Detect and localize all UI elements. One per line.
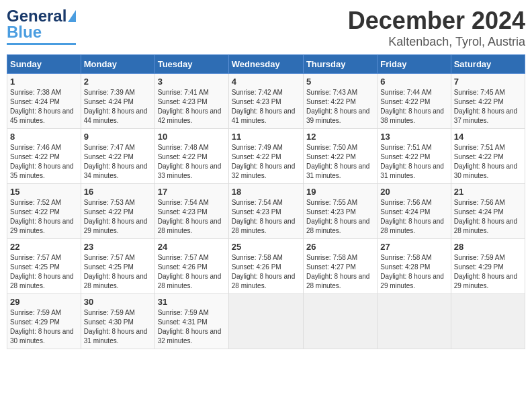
calendar-cell: 3Sunrise: 7:41 AMSunset: 4:23 PMDaylight…	[154, 74, 228, 129]
day-number: 6	[380, 77, 447, 87]
calendar-cell: 30Sunrise: 7:59 AMSunset: 4:30 PMDayligh…	[81, 294, 154, 349]
calendar-cell: 19Sunrise: 7:55 AMSunset: 4:23 PMDayligh…	[303, 184, 377, 239]
day-number: 20	[380, 187, 447, 197]
calendar-week-row: 29Sunrise: 7:59 AMSunset: 4:29 PMDayligh…	[7, 294, 525, 349]
day-info: Sunrise: 7:58 AMSunset: 4:26 PMDaylight:…	[232, 253, 300, 291]
header-day-wednesday: Wednesday	[228, 55, 303, 74]
day-info: Sunrise: 7:57 AMSunset: 4:25 PMDaylight:…	[10, 253, 78, 291]
calendar-cell: 25Sunrise: 7:58 AMSunset: 4:26 PMDayligh…	[228, 239, 303, 294]
header-day-saturday: Saturday	[451, 55, 525, 74]
calendar-cell: 21Sunrise: 7:56 AMSunset: 4:24 PMDayligh…	[451, 184, 525, 239]
day-info: Sunrise: 7:51 AMSunset: 4:22 PMDaylight:…	[454, 143, 522, 181]
day-info: Sunrise: 7:59 AMSunset: 4:31 PMDaylight:…	[158, 308, 226, 346]
calendar-cell: 31Sunrise: 7:59 AMSunset: 4:31 PMDayligh…	[154, 294, 228, 349]
calendar-cell: 6Sunrise: 7:44 AMSunset: 4:22 PMDaylight…	[378, 74, 451, 129]
day-number: 21	[454, 187, 522, 197]
day-info: Sunrise: 7:45 AMSunset: 4:22 PMDaylight:…	[454, 88, 522, 126]
calendar-cell: 18Sunrise: 7:54 AMSunset: 4:23 PMDayligh…	[228, 184, 303, 239]
page-title: December 2024	[348, 7, 525, 35]
day-number: 16	[84, 187, 152, 197]
calendar-cell: 9Sunrise: 7:47 AMSunset: 4:22 PMDaylight…	[81, 129, 154, 184]
header-day-tuesday: Tuesday	[154, 55, 228, 74]
day-info: Sunrise: 7:54 AMSunset: 4:23 PMDaylight:…	[158, 198, 226, 236]
day-info: Sunrise: 7:41 AMSunset: 4:23 PMDaylight:…	[158, 88, 226, 126]
calendar-header-row: SundayMondayTuesdayWednesdayThursdayFrid…	[7, 55, 525, 74]
day-number: 7	[454, 77, 522, 87]
day-info: Sunrise: 7:58 AMSunset: 4:28 PMDaylight:…	[380, 253, 447, 291]
day-info: Sunrise: 7:50 AMSunset: 4:22 PMDaylight:…	[306, 143, 374, 181]
day-number: 19	[306, 187, 374, 197]
calendar-cell: 2Sunrise: 7:39 AMSunset: 4:24 PMDaylight…	[81, 74, 154, 129]
day-number: 22	[10, 242, 78, 252]
day-info: Sunrise: 7:48 AMSunset: 4:22 PMDaylight:…	[158, 143, 226, 181]
title-area: December 2024 Kaltenbach, Tyrol, Austria	[348, 7, 525, 49]
day-info: Sunrise: 7:57 AMSunset: 4:26 PMDaylight:…	[158, 253, 226, 291]
day-number: 14	[454, 132, 522, 142]
calendar-cell	[451, 294, 525, 349]
day-info: Sunrise: 7:56 AMSunset: 4:24 PMDaylight:…	[380, 198, 447, 236]
day-info: Sunrise: 7:43 AMSunset: 4:22 PMDaylight:…	[306, 88, 374, 126]
day-number: 4	[232, 77, 300, 87]
day-info: Sunrise: 7:53 AMSunset: 4:22 PMDaylight:…	[84, 198, 152, 236]
day-info: Sunrise: 7:51 AMSunset: 4:22 PMDaylight:…	[380, 143, 447, 181]
calendar-week-row: 15Sunrise: 7:52 AMSunset: 4:22 PMDayligh…	[7, 184, 525, 239]
calendar-cell: 5Sunrise: 7:43 AMSunset: 4:22 PMDaylight…	[303, 74, 377, 129]
day-number: 23	[84, 242, 152, 252]
calendar-cell	[378, 294, 451, 349]
day-info: Sunrise: 7:49 AMSunset: 4:22 PMDaylight:…	[232, 143, 300, 181]
calendar-cell: 28Sunrise: 7:59 AMSunset: 4:29 PMDayligh…	[451, 239, 525, 294]
day-info: Sunrise: 7:57 AMSunset: 4:25 PMDaylight:…	[84, 253, 152, 291]
logo-blue: Blue	[7, 23, 42, 42]
day-number: 24	[158, 242, 226, 252]
day-info: Sunrise: 7:42 AMSunset: 4:23 PMDaylight:…	[232, 88, 300, 126]
day-info: Sunrise: 7:39 AMSunset: 4:24 PMDaylight:…	[84, 88, 152, 126]
calendar-week-row: 8Sunrise: 7:46 AMSunset: 4:22 PMDaylight…	[7, 129, 525, 184]
page-subtitle: Kaltenbach, Tyrol, Austria	[348, 35, 525, 49]
calendar-cell: 8Sunrise: 7:46 AMSunset: 4:22 PMDaylight…	[7, 129, 81, 184]
calendar-cell: 1Sunrise: 7:38 AMSunset: 4:24 PMDaylight…	[7, 74, 81, 129]
calendar-cell: 11Sunrise: 7:49 AMSunset: 4:22 PMDayligh…	[228, 129, 303, 184]
calendar-cell: 4Sunrise: 7:42 AMSunset: 4:23 PMDaylight…	[228, 74, 303, 129]
calendar-cell: 17Sunrise: 7:54 AMSunset: 4:23 PMDayligh…	[154, 184, 228, 239]
calendar-cell: 12Sunrise: 7:50 AMSunset: 4:22 PMDayligh…	[303, 129, 377, 184]
header-day-monday: Monday	[81, 55, 154, 74]
day-number: 17	[158, 187, 226, 197]
day-number: 9	[84, 132, 152, 142]
calendar: SundayMondayTuesdayWednesdayThursdayFrid…	[7, 54, 525, 349]
day-info: Sunrise: 7:54 AMSunset: 4:23 PMDaylight:…	[232, 198, 300, 236]
day-number: 8	[10, 132, 78, 142]
calendar-cell: 22Sunrise: 7:57 AMSunset: 4:25 PMDayligh…	[7, 239, 81, 294]
header: General Blue December 2024 Kaltenbach, T…	[7, 7, 525, 49]
day-number: 26	[306, 242, 374, 252]
calendar-cell: 15Sunrise: 7:52 AMSunset: 4:22 PMDayligh…	[7, 184, 81, 239]
calendar-cell: 14Sunrise: 7:51 AMSunset: 4:22 PMDayligh…	[451, 129, 525, 184]
calendar-cell: 24Sunrise: 7:57 AMSunset: 4:26 PMDayligh…	[154, 239, 228, 294]
day-info: Sunrise: 7:55 AMSunset: 4:23 PMDaylight:…	[306, 198, 374, 236]
calendar-cell: 27Sunrise: 7:58 AMSunset: 4:28 PMDayligh…	[378, 239, 451, 294]
day-info: Sunrise: 7:44 AMSunset: 4:22 PMDaylight:…	[380, 88, 447, 126]
day-number: 15	[10, 187, 78, 197]
logo: General Blue	[7, 7, 76, 45]
day-info: Sunrise: 7:59 AMSunset: 4:29 PMDaylight:…	[10, 308, 78, 346]
calendar-cell: 13Sunrise: 7:51 AMSunset: 4:22 PMDayligh…	[378, 129, 451, 184]
calendar-cell: 16Sunrise: 7:53 AMSunset: 4:22 PMDayligh…	[81, 184, 154, 239]
day-number: 3	[158, 77, 226, 87]
day-info: Sunrise: 7:59 AMSunset: 4:29 PMDaylight:…	[454, 253, 522, 291]
logo-icon	[68, 10, 76, 22]
calendar-week-row: 1Sunrise: 7:38 AMSunset: 4:24 PMDaylight…	[7, 74, 525, 129]
calendar-week-row: 22Sunrise: 7:57 AMSunset: 4:25 PMDayligh…	[7, 239, 525, 294]
day-number: 29	[10, 297, 78, 307]
header-day-thursday: Thursday	[303, 55, 377, 74]
calendar-cell	[303, 294, 377, 349]
day-info: Sunrise: 7:58 AMSunset: 4:27 PMDaylight:…	[306, 253, 374, 291]
day-number: 5	[306, 77, 374, 87]
day-number: 10	[158, 132, 226, 142]
day-info: Sunrise: 7:46 AMSunset: 4:22 PMDaylight:…	[10, 143, 78, 181]
day-number: 13	[380, 132, 447, 142]
day-number: 25	[232, 242, 300, 252]
day-info: Sunrise: 7:52 AMSunset: 4:22 PMDaylight:…	[10, 198, 78, 236]
calendar-cell: 29Sunrise: 7:59 AMSunset: 4:29 PMDayligh…	[7, 294, 81, 349]
day-number: 1	[10, 77, 78, 87]
day-number: 18	[232, 187, 300, 197]
day-info: Sunrise: 7:59 AMSunset: 4:30 PMDaylight:…	[84, 308, 152, 346]
